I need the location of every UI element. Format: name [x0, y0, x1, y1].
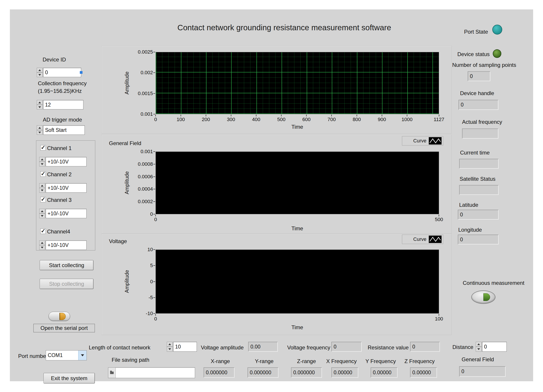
general-field-label: General Field [462, 356, 494, 363]
curve-legend-voltage[interactable]: Curve [402, 235, 443, 244]
channel-3-range-select[interactable]: +10/-10V [45, 209, 86, 218]
increment-decrement-buttons[interactable] [39, 157, 45, 166]
stop-collecting-button[interactable]: Stop collecting [40, 279, 93, 289]
y-tick-label: 0.001 [141, 111, 153, 117]
serial-port-toggle[interactable] [48, 312, 70, 321]
decrement-icon[interactable] [39, 162, 45, 166]
file-path-input[interactable] [108, 367, 195, 378]
decrement-icon[interactable] [39, 214, 45, 218]
decrement-icon[interactable] [39, 188, 45, 193]
start-collecting-button[interactable]: Start collecting [40, 260, 93, 270]
channel-4-label: Channel4 [47, 228, 70, 235]
dropdown-arrow-icon[interactable] [78, 351, 86, 360]
increment-decrement-buttons[interactable] [39, 240, 45, 250]
z-frequency-label: Z Frequency [404, 358, 435, 364]
decrement-icon[interactable] [39, 245, 45, 250]
length-contact-network-input[interactable]: 10 [173, 342, 197, 352]
x-frequency-label: X Frequency [326, 358, 357, 364]
distance-control[interactable]: 0 [476, 342, 507, 352]
y-tick-label: 0.0004 [138, 186, 153, 192]
voltage-amplitude-indicator: 0.00 [248, 342, 278, 352]
increment-decrement-buttons[interactable] [476, 342, 481, 352]
curve-waveform-icon [429, 235, 442, 243]
increment-icon[interactable] [39, 209, 45, 214]
legend-label: Curve [413, 138, 426, 144]
z-range-label: Z-range [297, 358, 316, 364]
decrement-icon[interactable] [37, 72, 43, 77]
increment-icon[interactable] [37, 68, 43, 72]
x-tick-label: 400 [252, 117, 260, 122]
satellite-status-label: Satellite Status [460, 176, 495, 182]
open-serial-port-label: Open the serial port [34, 324, 95, 332]
continuous-measurement-label: Continuous measurement [463, 280, 524, 286]
curve-waveform-icon [429, 137, 442, 145]
ad-trigger-mode-label: AD trigger mode [43, 117, 82, 123]
x-tick-label: 0 [154, 316, 157, 322]
y-frequency-indicator: 0.00000 [371, 367, 397, 378]
increment-decrement-buttons[interactable] [39, 183, 45, 193]
port-number-value: COM1 [46, 351, 78, 360]
latitude-label: Latitude [459, 202, 478, 208]
x-tick-label: 0 [154, 217, 157, 222]
increment-icon[interactable] [39, 183, 45, 188]
channel-1-range-control[interactable]: +10/-10V [39, 157, 86, 166]
increment-icon[interactable] [37, 100, 43, 105]
length-value: 10 [175, 344, 181, 350]
decrement-icon[interactable] [37, 105, 43, 109]
increment-decrement-buttons[interactable] [37, 125, 43, 135]
port-number-select[interactable]: COM1 [46, 350, 87, 360]
y-tick-label: 0 [150, 279, 153, 284]
x-tick-label: 800 [353, 117, 361, 122]
device-handle-label: Device handle [460, 90, 494, 97]
decrement-icon[interactable] [476, 347, 481, 352]
collection-frequency-control[interactable]: 12 [37, 100, 83, 109]
decrement-icon[interactable] [37, 130, 43, 135]
channel-4-checkbox[interactable] [40, 228, 46, 234]
increment-decrement-buttons[interactable] [37, 68, 43, 77]
ad-trigger-mode-select[interactable]: Soft Start [43, 125, 85, 135]
distance-input[interactable]: 0 [482, 342, 507, 352]
channel-3-range-control[interactable]: +10/-10V [39, 209, 86, 218]
device-id-input[interactable]: 0 [43, 68, 81, 77]
channel-2-range-select[interactable]: +10/-10V [45, 183, 86, 193]
folder-icon[interactable] [108, 368, 116, 378]
x-tick-label: 100 [435, 316, 443, 322]
voltage-plot-area[interactable] [156, 250, 439, 313]
exit-system-button[interactable]: Exit the system [44, 373, 95, 383]
increment-decrement-buttons[interactable] [167, 342, 173, 352]
continuous-measurement-toggle[interactable] [471, 290, 495, 304]
file-path-value[interactable] [116, 368, 195, 378]
collection-frequency-input[interactable]: 12 [43, 100, 83, 109]
sampling-points-label: Number of sampling points [452, 62, 516, 68]
channel-4-range-select[interactable]: +10/-10V [45, 240, 86, 250]
y-tick-label: 0.0015 [138, 91, 153, 97]
channel-2-range-control[interactable]: +10/-10V [39, 183, 86, 193]
increment-icon[interactable] [476, 342, 481, 347]
channel-2-checkbox[interactable] [40, 171, 46, 177]
resistance-value-indicator: 0 [410, 342, 440, 352]
increment-icon[interactable] [167, 342, 173, 347]
current-time-indicator [459, 159, 499, 169]
port-state-led [492, 25, 502, 34]
increment-icon[interactable] [39, 240, 45, 245]
longitude-label: Longitude [458, 227, 482, 233]
device-id-control[interactable]: 0 [37, 68, 81, 77]
curve-legend[interactable]: Curve [402, 136, 443, 146]
actual-frequency-label: Actual frequency [462, 119, 502, 125]
increment-decrement-buttons[interactable] [39, 209, 45, 218]
increment-icon[interactable] [39, 157, 45, 162]
channel-1-checkbox[interactable] [40, 145, 46, 150]
collection-frequency-range-label: (1.95~156.25)KHz [38, 88, 82, 94]
length-contact-network-control[interactable]: 10 [167, 342, 197, 352]
channel-3-checkbox[interactable] [40, 197, 46, 202]
ad-trigger-mode-control[interactable]: Soft Start [37, 125, 85, 135]
y-tick-label: -5 [148, 295, 153, 301]
general-field-plot-area[interactable] [156, 152, 439, 214]
spectrum-plot-area[interactable] [156, 52, 439, 114]
increment-icon[interactable] [37, 125, 43, 130]
decrement-icon[interactable] [167, 347, 173, 352]
satellite-status-indicator [459, 185, 499, 195]
channel-1-range-select[interactable]: +10/-10V [45, 157, 86, 166]
increment-decrement-buttons[interactable] [37, 100, 43, 109]
channel-4-range-control[interactable]: +10/-10V [39, 240, 86, 250]
